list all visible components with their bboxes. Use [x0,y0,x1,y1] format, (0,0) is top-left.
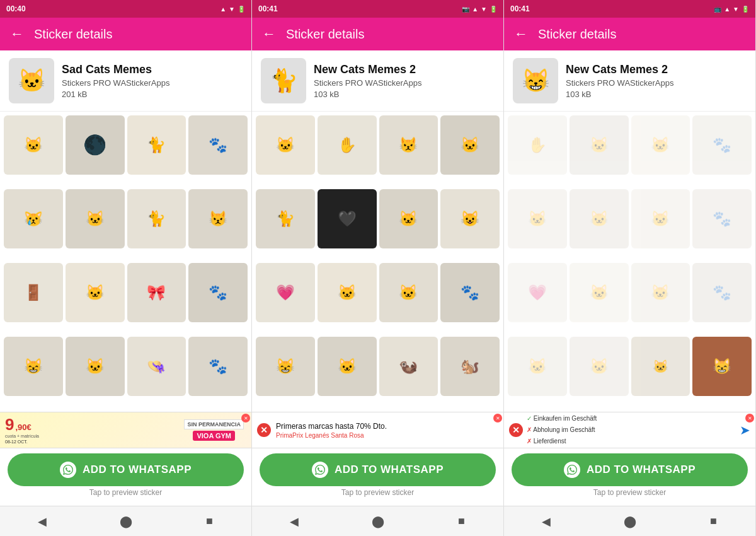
sticker-cell[interactable]: 😿 [4,189,63,248]
pack-author-1: Stickers PRO WAStickerApps [62,78,169,88]
battery-icon-2: 🔋 [490,6,497,13]
sticker-cell[interactable]: 🐱 [379,263,438,322]
sticker-cell[interactable]: 😺 [440,189,500,248]
sticker-cell[interactable]: 🚪 [4,263,63,322]
sticker-cell[interactable]: 🐱 [631,189,690,248]
wifi-icon-3: ▼ [733,6,739,13]
sticker-cell[interactable]: 😾 [379,115,438,175]
ad-brand: VIOA GYM [193,431,235,441]
ad-nav-arrow-3[interactable]: ➤ [740,422,750,438]
sticker-cell[interactable]: 😸 [692,337,752,396]
recent-nav-2[interactable]: ■ [450,510,473,533]
ad-banner-1: 9 ,90€ cuota + matrícula 08-12 OCT. SIN … [0,412,251,448]
tap-preview-2: Tap to preview sticker [260,486,496,501]
add-to-whatsapp-button-1[interactable]: ADD TO WHATSAPP [8,453,244,486]
sticker-cell[interactable]: 🐱 [256,115,315,175]
time-1: 00:40 [6,4,26,13]
sticker-cell[interactable]: 🐱 [318,337,377,396]
status-icons-3: 📺 ▲ ▼ 🔋 [714,6,749,13]
whatsapp-icon-1 [60,462,76,478]
ad-close-x-2[interactable]: ✕ [257,423,271,437]
sticker-cell[interactable]: 👒 [127,337,186,396]
pack-thumbnail-2: 🐈 [261,58,306,103]
sticker-cell[interactable]: 🐾 [440,263,500,322]
sticker-cell[interactable]: 🐱 [570,189,629,248]
sticker-cell[interactable]: 🐾 [188,263,248,322]
sticker-cell[interactable]: 🐈 [127,115,186,175]
sticker-cell[interactable]: 🐱 [631,115,690,175]
pack-details-1: Sad Cats Memes Stickers PRO WAStickerApp… [62,63,169,99]
sticker-cell[interactable]: 🐈 [256,189,315,248]
wifi-icon-2: ▼ [481,6,487,13]
sticker-cell[interactable]: 🐱 [570,263,629,322]
nav-bar-3: ◀ ⬤ ■ [504,506,755,536]
sticker-cell[interactable]: 🐈 [127,189,186,248]
ad-tagline: cuota + matrícula [5,434,184,438]
tap-preview-3: Tap to preview sticker [512,486,748,501]
sticker-cell[interactable]: 🌑 [66,115,125,175]
home-nav-1[interactable]: ⬤ [115,510,137,533]
ad-check-icon: ✓ [527,415,532,422]
back-button-2[interactable]: ← [262,26,276,42]
home-nav-3[interactable]: ⬤ [619,510,641,533]
sticker-cell[interactable]: 🐱 [66,189,125,248]
add-button-container-2: ADD TO WHATSAPP Tap to preview sticker [252,448,503,506]
sticker-cell[interactable]: 🐱 [631,337,690,396]
ad-close-3[interactable]: ✕ [745,414,754,422]
status-bar-1: 00:40 ▲ ▼ 🔋 [0,0,251,18]
add-button-label-2: ADD TO WHATSAPP [335,463,444,476]
ad-close-1[interactable]: ✕ [241,414,250,422]
back-nav-3[interactable]: ◀ [535,510,558,533]
pack-size-3: 103 kB [566,90,673,99]
ad-content-1[interactable]: 9 ,90€ cuota + matrícula 08-12 OCT. SIN … [0,412,251,448]
sticker-cell[interactable]: 🐱 [508,337,567,396]
pack-info-1: 🐱 Sad Cats Memes Stickers PRO WAStickerA… [0,50,251,112]
sticker-cell[interactable]: 🐱 [66,337,125,396]
sticker-cell[interactable]: 🐿️ [440,337,500,396]
back-nav-2[interactable]: ◀ [283,510,306,533]
ad-close-2[interactable]: ✕ [493,414,502,422]
ad-content-2[interactable]: ✕ Primeras marcas hasta 70% Dto. PrimaPr… [252,412,503,448]
sticker-cell[interactable]: 🐱 [570,115,629,175]
sticker-cell[interactable]: 🐱 [4,115,63,175]
sticker-cell[interactable]: 😸 [4,337,63,396]
sticker-cell[interactable]: ✋ [508,115,567,175]
add-to-whatsapp-button-3[interactable]: ADD TO WHATSAPP [512,453,748,486]
sticker-cell[interactable]: 🖤 [318,189,377,248]
pack-thumbnail-1: 🐱 [9,58,54,103]
status-bar-2: 00:41 📷 ▲ ▼ 🔋 [252,0,503,18]
recent-nav-1[interactable]: ■ [198,510,221,533]
sticker-cell[interactable]: 😾 [188,189,248,248]
sticker-cell[interactable]: 🐱 [508,189,567,248]
sticker-cell[interactable]: 🐾 [188,115,248,175]
sticker-cell[interactable]: 🐱 [440,115,500,175]
sticker-cell[interactable]: 🦦 [379,337,438,396]
sticker-cell[interactable]: ✋ [318,115,377,175]
ad-date: 08-12 OCT. [5,440,184,444]
sticker-cell[interactable]: 🐾 [692,115,752,175]
sticker-cell[interactable]: 🐱 [570,337,629,396]
ad-subline-2: PrimaPrix Leganés Santa Rosa [276,432,387,439]
back-nav-1[interactable]: ◀ [31,510,54,533]
sticker-cell[interactable]: 🐱 [66,263,125,322]
add-button-label-3: ADD TO WHATSAPP [587,463,696,476]
recent-nav-3[interactable]: ■ [702,510,725,533]
sticker-cell[interactable]: 🐱 [318,263,377,322]
sticker-cell[interactable]: 🐱 [379,189,438,248]
ad-content-3[interactable]: ✕ ✓ Einkaufen im Geschäft ✗ Abholung im … [504,412,755,448]
sticker-cell[interactable]: 🐱 [631,263,690,322]
add-to-whatsapp-button-2[interactable]: ADD TO WHATSAPP [260,453,496,486]
sticker-cell[interactable]: 🐾 [692,189,752,248]
home-nav-2[interactable]: ⬤ [367,510,389,533]
back-button-1[interactable]: ← [10,26,24,42]
ad-close-x-3[interactable]: ✕ [509,423,523,437]
ad-headline-2: Primeras marcas hasta 70% Dto. [276,421,387,432]
sticker-cell[interactable]: 💗 [508,263,567,322]
sticker-cell[interactable]: 😸 [256,337,315,396]
sticker-cell[interactable]: 🐾 [188,337,248,396]
sticker-cell[interactable]: 🎀 [127,263,186,322]
pack-author-2: Stickers PRO WAStickerApps [314,78,421,88]
sticker-cell[interactable]: 🐾 [692,263,752,322]
sticker-cell[interactable]: 💗 [256,263,315,322]
back-button-3[interactable]: ← [514,26,528,42]
